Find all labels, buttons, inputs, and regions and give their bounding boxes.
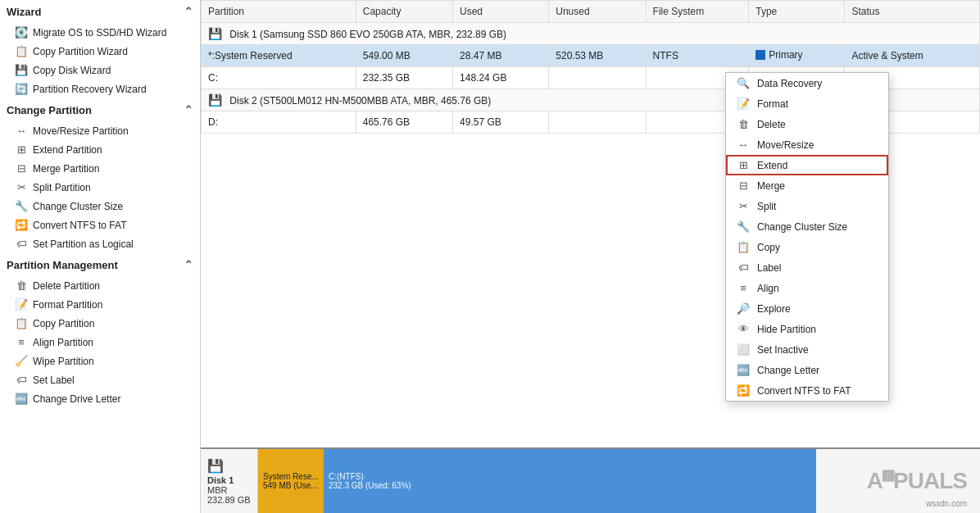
extend-icon: ⊞ — [736, 159, 751, 171]
partition-status: Active & System — [845, 45, 980, 67]
partition-used: 49.57 GB — [453, 111, 549, 134]
split-partition-icon: ✂ — [15, 181, 28, 193]
partition-management-chevron-icon: ⌃ — [184, 258, 193, 271]
sidebar-section-wizard[interactable]: Wizard ⌃ — [0, 0, 200, 23]
sidebar-item-copy-partition-wizard[interactable]: 📋 Copy Partition Wizard — [0, 42, 200, 61]
disk-icon: 💾 — [207, 458, 251, 474]
primary-badge-icon — [755, 50, 765, 60]
hide-partition-icon: 👁 — [736, 323, 751, 335]
main-content: Partition Capacity Used Unused File Syst… — [201, 0, 980, 513]
disk-visual: System Rese... 549 MB (Use... C:(NTFS) 2… — [258, 449, 816, 513]
disk1-header-row: 💾 Disk 1 (Samsung SSD 860 EVO 250GB ATA,… — [202, 23, 980, 45]
partition-name: *:System Reserved — [202, 45, 356, 67]
split-icon: ✂ — [736, 200, 751, 212]
wizard-chevron-icon: ⌃ — [184, 5, 193, 18]
col-status: Status — [845, 1, 980, 23]
sidebar: Wizard ⌃ 💽 Migrate OS to SSD/HD Wizard 📋… — [0, 0, 201, 513]
sidebar-item-change-cluster[interactable]: 🔧 Change Cluster Size — [0, 197, 200, 216]
sidebar-section-partition-management[interactable]: Partition Management ⌃ — [0, 253, 200, 276]
cm-explore[interactable]: 🔎 Explore — [726, 298, 888, 319]
copy-partition-wizard-icon: 📋 — [15, 45, 28, 57]
sidebar-item-partition-recovery[interactable]: 🔄 Partition Recovery Wizard — [0, 79, 200, 98]
cm-set-inactive[interactable]: ⬜ Set Inactive — [726, 339, 888, 360]
cm-change-letter[interactable]: 🔤 Change Letter — [726, 360, 888, 380]
partition-type: Primary — [749, 45, 845, 67]
cm-move-resize[interactable]: ↔ Move/Resize — [726, 134, 888, 155]
disk1-name-label: Disk 1 — [207, 475, 251, 485]
context-menu: 🔍 Data Recovery 📝 Format 🗑 Delete ↔ Move… — [725, 72, 889, 402]
align-partition-icon: ≡ — [15, 336, 28, 348]
partition-fs: NTFS — [646, 45, 749, 67]
cm-delete[interactable]: 🗑 Delete — [726, 114, 888, 134]
cm-convert-ntfs-fat[interactable]: 🔁 Convert NTFS to FAT — [726, 380, 888, 401]
format-partition-icon: 📝 — [15, 298, 28, 311]
col-filesystem: File System — [646, 1, 749, 23]
convert-ntfs-fat-icon: 🔁 — [736, 384, 751, 397]
copy-disk-wizard-icon: 💾 — [15, 64, 28, 76]
disk1-type-label: MBR — [207, 485, 251, 495]
disk-part-sublabel: 549 MB (Use... — [263, 481, 318, 490]
cm-format[interactable]: 📝 Format — [726, 93, 888, 114]
sidebar-item-merge-partition[interactable]: ⊟ Merge Partition — [0, 159, 200, 178]
change-drive-letter-icon: 🔤 — [15, 393, 28, 405]
set-logical-icon: 🏷 — [15, 238, 28, 250]
move-resize-icon: ↔ — [15, 125, 28, 137]
partition-unused — [549, 111, 646, 134]
cm-extend[interactable]: ⊞ Extend — [726, 155, 888, 175]
sidebar-item-set-label[interactable]: 🏷 Set Label — [0, 370, 200, 389]
col-unused: Unused — [549, 1, 646, 23]
partition-capacity: 549.00 MB — [356, 45, 452, 67]
copy-partition-icon: 📋 — [15, 317, 28, 329]
disk-part-c[interactable]: C:(NTFS) 232.3 GB (Used: 63%) — [324, 449, 816, 513]
partition-used: 148.24 GB — [453, 67, 549, 89]
set-label-icon: 🏷 — [15, 374, 28, 386]
cm-copy[interactable]: 📋 Copy — [726, 237, 888, 257]
sidebar-item-split-partition[interactable]: ✂ Split Partition — [0, 178, 200, 197]
cm-change-cluster-size[interactable]: 🔧 Change Cluster Size — [726, 216, 888, 237]
partition-name: C: — [202, 67, 356, 89]
cm-align[interactable]: ≡ Align — [726, 278, 888, 298]
move-resize-icon: ↔ — [736, 138, 751, 151]
change-cluster-size-icon: 🔧 — [736, 220, 751, 233]
label-icon: 🏷 — [736, 261, 751, 274]
table-container[interactable]: Partition Capacity Used Unused File Syst… — [201, 0, 980, 447]
sidebar-item-copy-partition[interactable]: 📋 Copy Partition — [0, 314, 200, 333]
wizard-section-label: Wizard — [7, 6, 42, 18]
cm-data-recovery[interactable]: 🔍 Data Recovery — [726, 73, 888, 93]
cm-hide-partition[interactable]: 👁 Hide Partition — [726, 319, 888, 339]
merge-partition-icon: ⊟ — [15, 162, 28, 175]
col-capacity: Capacity — [356, 1, 452, 23]
col-partition: Partition — [202, 1, 356, 23]
sidebar-section-change-partition[interactable]: Change Partition ⌃ — [0, 98, 200, 121]
partition-name: D: — [202, 111, 356, 134]
cm-merge[interactable]: ⊟ Merge — [726, 175, 888, 196]
sidebar-item-extend-partition[interactable]: ⊞ Extend Partition — [0, 140, 200, 159]
sidebar-item-change-drive-letter[interactable]: 🔤 Change Drive Letter — [0, 389, 200, 408]
sidebar-item-migrate-os[interactable]: 💽 Migrate OS to SSD/HD Wizard — [0, 23, 200, 42]
table-row[interactable]: *:System Reserved 549.00 MB 28.47 MB 520… — [202, 45, 980, 67]
change-cluster-icon: 🔧 — [15, 200, 28, 212]
sidebar-item-align-partition[interactable]: ≡ Align Partition — [0, 333, 200, 352]
wipe-partition-icon: 🧹 — [15, 355, 28, 367]
disk1-label: 💾 Disk 1 (Samsung SSD 860 EVO 250GB ATA,… — [202, 23, 980, 45]
sidebar-item-wipe-partition[interactable]: 🧹 Wipe Partition — [0, 352, 200, 370]
cm-split[interactable]: ✂ Split — [726, 196, 888, 216]
sidebar-item-delete-partition[interactable]: 🗑 Delete Partition — [0, 276, 200, 295]
explore-icon: 🔎 — [736, 302, 751, 315]
partition-recovery-icon: 🔄 — [15, 83, 28, 95]
cm-label[interactable]: 🏷 Label — [726, 257, 888, 278]
copy-icon: 📋 — [736, 241, 751, 253]
appuals-logo: A🅿PUALS — [867, 468, 967, 494]
partition-unused: 520.53 MB — [549, 45, 646, 67]
sidebar-item-convert-ntfs[interactable]: 🔁 Convert NTFS to FAT — [0, 216, 200, 234]
sidebar-item-format-partition[interactable]: 📝 Format Partition — [0, 295, 200, 314]
disk1-info: 💾 Disk 1 MBR 232.89 GB — [201, 449, 258, 513]
main-area: Partition Capacity Used Unused File Syst… — [201, 0, 980, 447]
partition-capacity: 465.76 GB — [356, 111, 452, 134]
disk-part-system-reserved[interactable]: System Rese... 549 MB (Use... — [258, 449, 324, 513]
sidebar-item-set-logical[interactable]: 🏷 Set Partition as Logical — [0, 234, 200, 253]
partition-unused — [549, 67, 646, 89]
sidebar-item-move-resize[interactable]: ↔ Move/Resize Partition — [0, 121, 200, 140]
data-recovery-icon: 🔍 — [736, 77, 751, 89]
sidebar-item-copy-disk-wizard[interactable]: 💾 Copy Disk Wizard — [0, 61, 200, 79]
